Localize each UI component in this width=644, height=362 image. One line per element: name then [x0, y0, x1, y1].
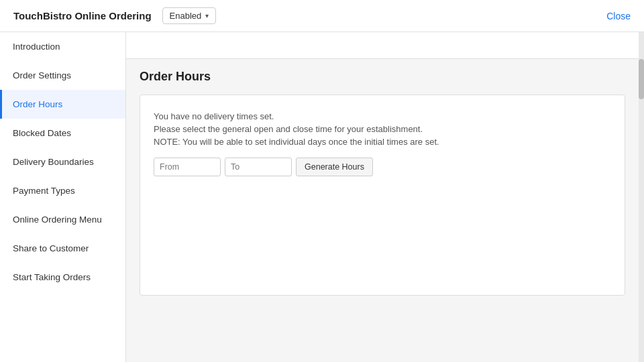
main-content: Order Hours You have no delivery times s…: [126, 32, 639, 362]
page-title: Order Hours: [140, 70, 625, 84]
sidebar-item-order-hours[interactable]: Order Hours: [0, 90, 125, 119]
sidebar-item-share-to-customer[interactable]: Share to Customer: [0, 234, 125, 263]
header-left: TouchBistro Online Ordering Enabled ▾: [13, 7, 216, 24]
app-header: TouchBistro Online Ordering Enabled ▾ Cl…: [0, 0, 644, 32]
sidebar-item-introduction[interactable]: Introduction: [0, 32, 125, 61]
scrollbar-thumb[interactable]: [639, 59, 644, 99]
generate-hours-button[interactable]: Generate Hours: [296, 158, 373, 176]
top-tab-bar: [126, 32, 639, 59]
sidebar-item-order-settings[interactable]: Order Settings: [0, 61, 125, 90]
no-delivery-line1: You have no delivery times set.: [154, 111, 611, 121]
sidebar-item-payment-types[interactable]: Payment Types: [0, 176, 125, 205]
no-delivery-line3: NOTE: You will be able to set individual…: [154, 137, 611, 147]
from-input[interactable]: [154, 158, 221, 176]
app-title: TouchBistro Online Ordering: [13, 10, 152, 21]
sidebar-item-start-taking-orders[interactable]: Start Taking Orders: [0, 263, 125, 292]
chevron-down-icon: ▾: [205, 12, 209, 19]
status-label: Enabled: [170, 11, 202, 21]
sidebar: IntroductionOrder SettingsOrder HoursBlo…: [0, 32, 126, 362]
scrollbar-track: [639, 32, 644, 362]
content-card: You have no delivery times set. Please s…: [140, 95, 625, 296]
hours-form: Generate Hours: [154, 158, 611, 176]
sidebar-item-delivery-boundaries[interactable]: Delivery Boundaries: [0, 147, 125, 176]
sidebar-item-blocked-dates[interactable]: Blocked Dates: [0, 119, 125, 147]
status-dropdown[interactable]: Enabled ▾: [162, 7, 217, 24]
no-delivery-line2: Please select the general open and close…: [154, 124, 611, 134]
app-body: IntroductionOrder SettingsOrder HoursBlo…: [0, 32, 644, 362]
to-input[interactable]: [225, 158, 292, 176]
close-button[interactable]: Close: [606, 11, 631, 21]
sidebar-item-online-ordering-menu[interactable]: Online Ordering Menu: [0, 205, 125, 234]
